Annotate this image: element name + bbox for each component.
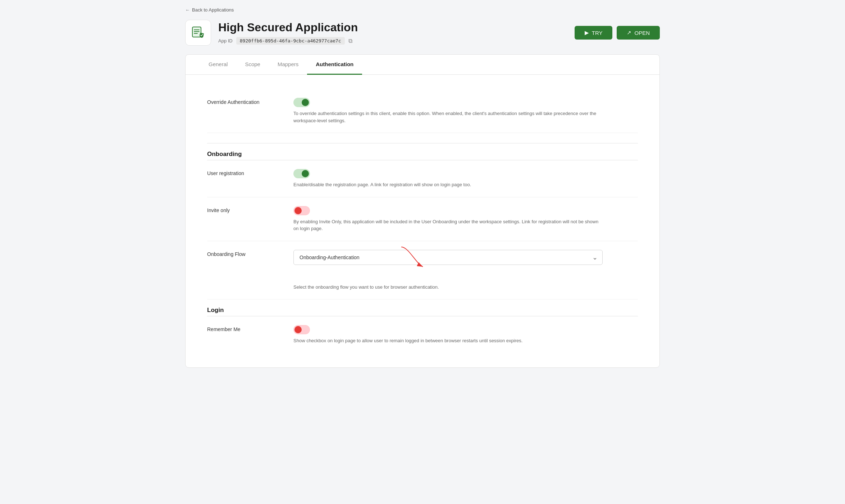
onboarding-flow-description: Select the onboarding flow you want to u… [293,284,603,291]
remember-me-toggle[interactable] [293,325,310,334]
invite-only-control: By enabling Invite Only, this applicatio… [293,206,638,232]
main-card: General Scope Mappers Authentication Ove… [185,54,660,368]
app-header-left: High Secured Application App ID 8920ffb6… [185,20,358,46]
invite-only-row: Invite only By enabling Invite Only, thi… [207,197,638,241]
tab-general[interactable]: General [200,55,236,75]
app-title-block: High Secured Application App ID 8920ffb6… [218,21,358,45]
onboarding-section-header: Onboarding [207,143,638,160]
override-auth-toggle[interactable] [293,98,310,107]
tabs-bar: General Scope Mappers Authentication [186,55,659,75]
user-registration-label: User registration [207,169,279,176]
app-id-row: App ID 8920ffb6-895d-46fa-9cbc-a462977ca… [218,37,358,45]
remember-me-thumb [294,326,302,333]
copy-icon[interactable]: ⧉ [348,38,352,44]
onboarding-section-title: Onboarding [207,151,638,158]
content-area: Override Authentication To override auth… [186,75,659,367]
app-title: High Secured Application [218,21,358,34]
try-button[interactable]: ▶ TRY [575,26,613,40]
user-registration-description: Enable/disable the registration page. A … [293,181,603,188]
onboarding-section-row [207,133,638,143]
onboarding-section-spacer [207,142,279,143]
app-id-value: 8920ffb6-895d-46fa-9cbc-a462977cae7c [236,37,345,45]
onboarding-flow-select-wrapper: Onboarding-Authentication Standard Flow … [293,250,603,265]
remember-me-description: Show checkbox on login page to allow use… [293,337,603,344]
onboarding-flow-control: Onboarding-Authentication Standard Flow … [293,250,638,291]
back-link[interactable]: ← Back to Applications [185,7,234,13]
tab-mappers[interactable]: Mappers [269,55,307,75]
app-header: High Secured Application App ID 8920ffb6… [185,20,660,46]
app-logo-icon [191,26,205,40]
remember-me-row: Remember Me Show checkbox on login page … [207,316,638,353]
user-registration-toggle-wrap [293,169,638,178]
invite-only-toggle[interactable] [293,206,310,215]
tab-scope[interactable]: Scope [236,55,269,75]
open-button[interactable]: ↗ OPEN [617,26,660,40]
override-auth-label: Override Authentication [207,98,279,105]
try-icon: ▶ [585,29,589,36]
back-arrow-icon: ← [185,7,190,13]
invite-only-toggle-wrap [293,206,638,215]
login-section-title: Login [207,307,638,314]
override-auth-row: Override Authentication To override auth… [207,89,638,133]
override-auth-description: To override authentication settings in t… [293,110,603,124]
invite-only-label: Invite only [207,206,279,213]
user-registration-thumb [302,170,309,177]
onboarding-flow-row: Onboarding Flow Onboarding-Authenticatio… [207,241,638,300]
override-auth-toggle-wrap [293,98,638,107]
remember-me-label: Remember Me [207,325,279,332]
tab-authentication[interactable]: Authentication [307,55,362,75]
app-id-label: App ID [218,38,233,43]
user-registration-control: Enable/disable the registration page. A … [293,169,638,188]
open-external-icon: ↗ [627,29,631,36]
remember-me-toggle-wrap [293,325,638,334]
override-auth-control: To override authentication settings in t… [293,98,638,124]
user-registration-row: User registration Enable/disable the reg… [207,160,638,197]
header-actions: ▶ TRY ↗ OPEN [575,26,660,40]
invite-only-thumb [294,207,302,214]
back-link-label: Back to Applications [192,7,234,13]
onboarding-flow-select[interactable]: Onboarding-Authentication Standard Flow … [293,250,603,265]
invite-only-description: By enabling Invite Only, this applicatio… [293,218,603,232]
user-registration-toggle[interactable] [293,169,310,178]
app-icon [185,20,211,46]
remember-me-control: Show checkbox on login page to allow use… [293,325,638,344]
override-auth-thumb [302,99,309,106]
login-section-header: Login [207,299,638,316]
onboarding-flow-label: Onboarding Flow [207,250,279,257]
